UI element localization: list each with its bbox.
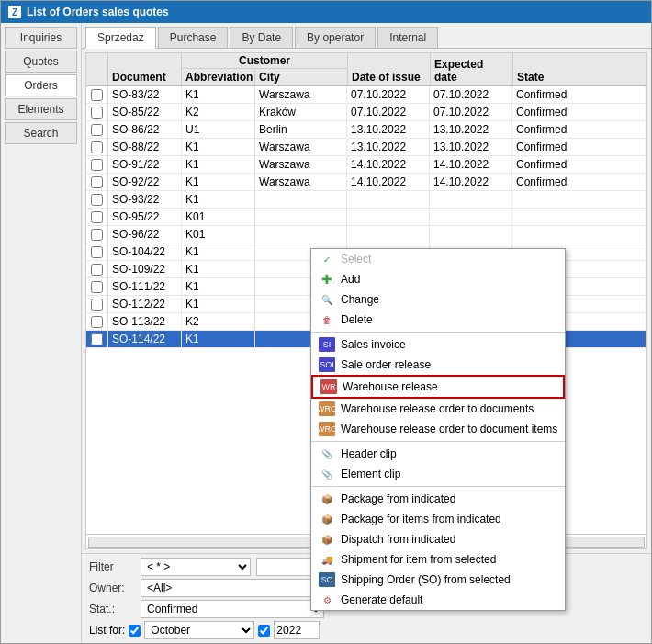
row-abbr: K1: [182, 331, 255, 347]
row-checkbox[interactable]: [91, 264, 103, 276]
row-checkbox-cell: [86, 313, 108, 330]
row-abbr: K1: [182, 296, 255, 312]
elements-button[interactable]: Elements: [5, 98, 77, 120]
row-checkbox[interactable]: [91, 211, 103, 223]
menu-item-label: Generate default: [341, 593, 422, 606]
plus-icon: ✚: [319, 272, 335, 287]
row-abbr: K1: [182, 243, 255, 260]
row-exp: 14.10.2022: [430, 174, 512, 190]
col-header-document: Document: [108, 53, 182, 85]
menu-item-label: Dispatch from indicated: [341, 533, 455, 546]
package-icon: 📦: [319, 532, 335, 547]
stat-select[interactable]: Confirmed: [141, 600, 324, 618]
inquiries-button[interactable]: Inquiries: [5, 27, 77, 49]
row-doi: 14.10.2022: [347, 174, 430, 190]
row-checkbox[interactable]: [91, 229, 103, 241]
row-checkbox[interactable]: [91, 89, 103, 101]
month-checkbox[interactable]: [129, 625, 141, 637]
row-document: SO-88/22: [108, 139, 182, 155]
menu-item-label: Change: [341, 293, 379, 306]
row-document: SO-96/22: [108, 226, 182, 243]
menu-item-sale-order-release[interactable]: SOISale order release: [311, 355, 565, 375]
table-row[interactable]: SO-88/22 K1 Warszawa 13.10.2022 13.10.20…: [86, 139, 646, 156]
menu-item-generate-default[interactable]: ⚙Generate default: [311, 590, 565, 610]
table-row[interactable]: SO-92/22 K1 Warszawa 14.10.2022 14.10.20…: [86, 174, 646, 191]
month-select[interactable]: October: [144, 621, 254, 639]
search-button[interactable]: Search: [5, 122, 77, 144]
quotes-button[interactable]: Quotes: [5, 51, 77, 73]
table-row[interactable]: SO-86/22 U1 Berlin 13.10.2022 13.10.2022…: [86, 121, 646, 139]
stat-label: Stat.:: [89, 603, 135, 616]
table-row[interactable]: SO-91/22 K1 Warszawa 14.10.2022 14.10.20…: [86, 156, 646, 174]
row-document: SO-95/22: [108, 209, 182, 225]
row-city: [255, 209, 347, 225]
filter-select[interactable]: < * >: [141, 558, 251, 576]
menu-item-header-clip[interactable]: 📎Header clip: [311, 444, 565, 464]
menu-separator: [311, 486, 565, 487]
table-row[interactable]: SO-95/22 K01: [86, 209, 646, 226]
menu-item-dispatch-from-indicated[interactable]: 📦Dispatch from indicated: [311, 529, 565, 549]
row-city: Warszawa: [255, 174, 347, 190]
menu-item-element-clip[interactable]: 📎Element clip: [311, 464, 565, 484]
menu-item-warehouse-release-order-to-documents[interactable]: WROWarehouse release order to documents: [311, 399, 565, 419]
menu-item-package-from-indicated[interactable]: 📦Package from indicated: [311, 489, 565, 509]
menu-item-shipping-order-so-from-selected[interactable]: SOShipping Order (SO) from selected: [311, 570, 565, 590]
package-icon: 📦: [319, 491, 335, 506]
row-document: SO-86/22: [108, 121, 182, 138]
year-checkbox[interactable]: [258, 625, 270, 637]
row-checkbox[interactable]: [91, 159, 103, 171]
owner-select[interactable]: <All>: [141, 579, 324, 597]
tab-by-date[interactable]: By Date: [230, 27, 293, 48]
tab-sprzedaz[interactable]: Sprzedaż: [85, 27, 156, 49]
row-city: [255, 226, 347, 243]
table-row[interactable]: SO-96/22 K01: [86, 226, 646, 243]
row-checkbox[interactable]: [91, 107, 103, 119]
year-input[interactable]: 2022: [274, 621, 320, 639]
menu-item-add[interactable]: ✚Add: [311, 269, 565, 289]
row-document: SO-112/22: [108, 296, 182, 312]
menu-item-change[interactable]: 🔍Change: [311, 289, 565, 310]
row-checkbox[interactable]: [91, 124, 103, 136]
menu-item-label: Warehouse release: [343, 380, 438, 393]
row-document: SO-109/22: [108, 261, 182, 277]
gen-icon: ⚙: [319, 593, 335, 607]
row-abbr: K01: [182, 226, 255, 243]
orders-button[interactable]: Orders: [5, 74, 77, 96]
row-city: Warszawa: [255, 86, 347, 103]
menu-item-delete[interactable]: 🗑Delete: [311, 310, 565, 330]
table-row[interactable]: SO-83/22 K1 Warszawa 07.10.2022 07.10.20…: [86, 86, 646, 104]
wro-icon: WRO: [319, 401, 335, 416]
wro-icon: WRO: [319, 422, 335, 436]
menu-item-warehouse-release-order-to-document-items[interactable]: WROWarehouse release order to document i…: [311, 419, 565, 439]
table-row[interactable]: SO-85/22 K2 Kraków 07.10.2022 07.10.2022…: [86, 104, 646, 121]
row-checkbox[interactable]: [91, 281, 103, 293]
menu-item-warehouse-release[interactable]: WRWarehouse release: [311, 375, 565, 399]
row-document: SO-104/22: [108, 243, 182, 260]
row-checkbox[interactable]: [91, 333, 103, 345]
menu-item-label: Shipping Order (SO) from selected: [341, 573, 511, 586]
search-icon: 🔍: [319, 292, 335, 307]
row-state: [512, 209, 646, 225]
tab-purchase[interactable]: Purchase: [158, 27, 229, 48]
row-checkbox[interactable]: [91, 141, 103, 153]
tab-by-operator[interactable]: By operator: [295, 27, 376, 48]
tab-internal[interactable]: Internal: [377, 27, 438, 48]
row-checkbox[interactable]: [91, 176, 103, 188]
row-checkbox[interactable]: [91, 299, 103, 311]
row-checkbox-cell: [86, 331, 108, 347]
menu-item-package-for-items-from-indicated[interactable]: 📦Package for items from indicated: [311, 509, 565, 529]
row-abbr: U1: [182, 121, 255, 138]
row-checkbox[interactable]: [91, 246, 103, 258]
menu-item-shipment-for-item-from-selected[interactable]: 🚚Shipment for item from selected: [311, 549, 565, 570]
row-document: SO-93/22: [108, 191, 182, 208]
menu-item-label: Sales invoice: [341, 338, 406, 351]
row-checkbox[interactable]: [91, 316, 103, 328]
menu-item-sales-invoice[interactable]: SISales invoice: [311, 334, 565, 355]
row-city: Kraków: [255, 104, 347, 120]
table-row[interactable]: SO-93/22 K1: [86, 191, 646, 209]
menu-separator: [311, 332, 565, 333]
row-state: Confirmed: [512, 86, 646, 103]
row-checkbox[interactable]: [91, 194, 103, 206]
si-icon: SI: [319, 337, 335, 352]
clip-icon: 📎: [319, 446, 335, 461]
